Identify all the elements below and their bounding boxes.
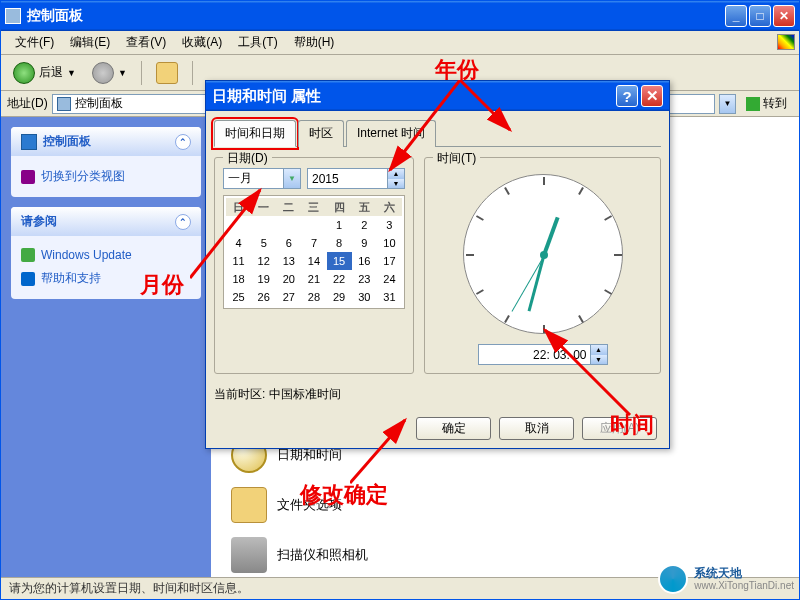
menu-edit[interactable]: 编辑(E) <box>64 32 116 53</box>
item-folder-options[interactable]: 文件夹选项 <box>231 487 342 523</box>
calendar-day[interactable]: 18 <box>226 270 251 288</box>
forward-button[interactable]: ▼ <box>86 58 133 88</box>
calendar-day[interactable]: 29 <box>327 288 352 306</box>
windows-flag-icon <box>777 34 795 50</box>
date-group: 日期(D) 一月 ▼ 2015 ▲ ▼ 日一二三四五六1234567891011 <box>214 157 414 374</box>
time-down-button[interactable]: ▼ <box>590 355 607 365</box>
calendar-day[interactable]: 6 <box>276 234 301 252</box>
calendar-day[interactable]: 1 <box>327 216 352 234</box>
tab-internet-time[interactable]: Internet 时间 <box>346 120 436 147</box>
calendar-day[interactable]: 4 <box>226 234 251 252</box>
menu-help[interactable]: 帮助(H) <box>288 32 341 53</box>
clock-tick <box>543 177 545 185</box>
calendar-day[interactable]: 31 <box>377 288 402 306</box>
back-button[interactable]: 后退 ▼ <box>7 58 82 88</box>
calendar-day[interactable]: 10 <box>377 234 402 252</box>
ok-button[interactable]: 确定 <box>416 417 491 440</box>
calendar-day[interactable]: 28 <box>301 288 326 306</box>
calendar-day[interactable]: 15 <box>327 252 352 270</box>
help-icon <box>21 272 35 286</box>
clock-tick <box>466 254 474 256</box>
year-up-button[interactable]: ▲ <box>387 169 404 179</box>
watermark: 系统天地 www.XiTongTianDi.net <box>658 564 794 594</box>
calendar-day[interactable]: 9 <box>352 234 377 252</box>
folder-up-icon <box>156 62 178 84</box>
calendar: 日一二三四五六123456789101112131415161718192021… <box>223 195 405 309</box>
calendar-day[interactable]: 23 <box>352 270 377 288</box>
menu-file[interactable]: 文件(F) <box>9 32 60 53</box>
cancel-button[interactable]: 取消 <box>499 417 574 440</box>
calendar-day[interactable]: 21 <box>301 270 326 288</box>
calendar-day[interactable]: 20 <box>276 270 301 288</box>
calendar-day[interactable]: 26 <box>251 288 276 306</box>
time-up-button[interactable]: ▲ <box>590 345 607 355</box>
sidebar-panel-title: 控制面板 <box>43 133 91 150</box>
calendar-day[interactable]: 30 <box>352 288 377 306</box>
calendar-day[interactable]: 8 <box>327 234 352 252</box>
clock-tick <box>475 289 483 295</box>
address-dropdown-icon[interactable]: ▼ <box>719 94 736 114</box>
minimize-button[interactable]: _ <box>725 5 747 27</box>
dialog-help-button[interactable]: ? <box>616 85 638 107</box>
month-select[interactable]: 一月 ▼ <box>223 168 301 189</box>
calendar-day[interactable]: 3 <box>377 216 402 234</box>
sidebar-seealso-header[interactable]: 请参阅 ⌃ <box>11 207 201 236</box>
controlpanel-icon <box>21 134 37 150</box>
month-dropdown-icon[interactable]: ▼ <box>283 169 300 188</box>
calendar-day[interactable]: 25 <box>226 288 251 306</box>
switch-view-icon <box>21 170 35 184</box>
menu-view[interactable]: 查看(V) <box>120 32 172 53</box>
up-button[interactable] <box>150 58 184 88</box>
year-spinner[interactable]: 2015 ▲ ▼ <box>307 168 405 189</box>
calendar-day[interactable]: 5 <box>251 234 276 252</box>
toolbar-separator-2 <box>192 61 193 85</box>
month-value: 一月 <box>228 170 252 187</box>
calendar-day[interactable]: 19 <box>251 270 276 288</box>
switch-view-label: 切换到分类视图 <box>41 168 125 185</box>
calendar-day[interactable]: 22 <box>327 270 352 288</box>
year-down-button[interactable]: ▼ <box>387 179 404 189</box>
time-value: 22: 03: 00 <box>533 348 586 362</box>
maximize-button[interactable]: □ <box>749 5 771 27</box>
close-button[interactable]: ✕ <box>773 5 795 27</box>
clock-tick <box>504 315 510 323</box>
calendar-day[interactable]: 24 <box>377 270 402 288</box>
menu-tools[interactable]: 工具(T) <box>232 32 283 53</box>
goto-button[interactable]: 转到 <box>740 93 793 114</box>
calendar-day[interactable]: 16 <box>352 252 377 270</box>
calendar-day[interactable]: 17 <box>377 252 402 270</box>
collapse-icon[interactable]: ⌃ <box>175 134 191 150</box>
goto-arrow-icon <box>746 97 760 111</box>
calendar-day[interactable]: 12 <box>251 252 276 270</box>
calendar-day[interactable]: 14 <box>301 252 326 270</box>
sidebar-seealso-title: 请参阅 <box>21 213 57 230</box>
collapse-icon-2[interactable]: ⌃ <box>175 214 191 230</box>
window-title: 控制面板 <box>27 7 725 25</box>
apply-button[interactable]: 应用(A) <box>582 417 657 440</box>
forward-icon <box>92 62 114 84</box>
tab-timezone[interactable]: 时区 <box>298 120 344 147</box>
watermark-logo-icon <box>658 564 688 594</box>
dialog-close-button[interactable]: ✕ <box>641 85 663 107</box>
analog-clock <box>463 174 623 334</box>
calendar-day[interactable]: 2 <box>352 216 377 234</box>
sidebar-panel-header[interactable]: 控制面板 ⌃ <box>11 127 201 156</box>
weekday-header: 日 <box>226 198 251 216</box>
calendar-day[interactable]: 11 <box>226 252 251 270</box>
sidebar-windows-update-link[interactable]: Windows Update <box>21 244 191 266</box>
tab-datetime[interactable]: 时间和日期 <box>214 120 296 147</box>
watermark-line1: 系统天地 <box>694 567 794 580</box>
calendar-day[interactable]: 27 <box>276 288 301 306</box>
menu-fav[interactable]: 收藏(A) <box>176 32 228 53</box>
sidebar-switch-view-link[interactable]: 切换到分类视图 <box>21 164 191 189</box>
calendar-day[interactable]: 7 <box>301 234 326 252</box>
address-icon <box>57 97 71 111</box>
datetime-dialog: 日期和时间 属性 ? ✕ 时间和日期 时区 Internet 时间 日期(D) … <box>205 80 670 449</box>
sidebar-help-link[interactable]: 帮助和支持 <box>21 266 191 291</box>
calendar-day <box>251 216 276 234</box>
dialog-tabs: 时间和日期 时区 Internet 时间 <box>214 119 661 147</box>
address-label: 地址(D) <box>7 95 48 112</box>
item-scanner[interactable]: 扫描仪和照相机 <box>231 537 368 573</box>
time-field[interactable]: 22: 03: 00 ▲ ▼ <box>478 344 608 365</box>
calendar-day[interactable]: 13 <box>276 252 301 270</box>
